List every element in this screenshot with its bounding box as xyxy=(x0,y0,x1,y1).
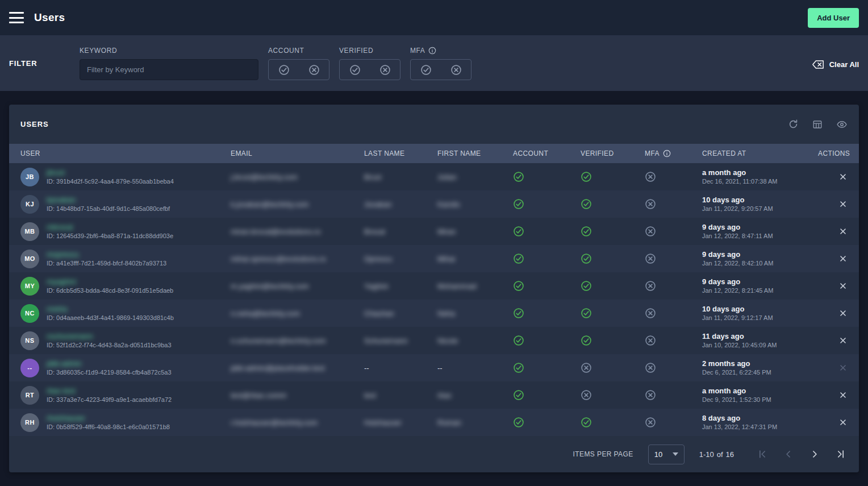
table-row: JB jbrust ID: 391b4d2f-5c92-4aa4-879e-55… xyxy=(9,163,859,190)
created-absolute: Dec 16, 2021, 11:07:38 AM xyxy=(702,177,818,186)
username-link[interactable]: kjovakan xyxy=(47,195,170,205)
delete-user-icon[interactable] xyxy=(838,200,848,209)
username-link[interactable]: rbac-test xyxy=(47,386,172,396)
avatar: KJ xyxy=(20,195,39,214)
verified-status-icon xyxy=(581,253,645,264)
table-row: NC nneha ID: 0d4aaeeb-4d3f-4a41-9869-149… xyxy=(9,300,859,327)
created-absolute: Dec 9, 2021, 1:52:30 PM xyxy=(702,396,818,404)
avatar: -- xyxy=(20,359,39,377)
verified-status-icon xyxy=(581,280,645,292)
last-page-icon[interactable] xyxy=(835,448,846,460)
user-id: ID: 391b4d2f-5c92-4aa4-879e-550aab1beba4 xyxy=(47,177,174,186)
account-filter-cross-icon[interactable] xyxy=(308,64,320,76)
created-relative: 2 months ago xyxy=(702,359,818,368)
user-id: ID: 337a3e7c-4223-49f9-a9e1-acaebbfd7a72 xyxy=(47,396,172,404)
first-name-cell: Miran xyxy=(437,227,513,236)
last-name-cell: Brocal xyxy=(364,227,437,236)
username-link[interactable]: nschunemann xyxy=(47,331,172,341)
mfa-status-icon xyxy=(645,253,702,264)
delete-user-icon[interactable] xyxy=(838,227,848,236)
delete-user-icon[interactable] xyxy=(838,418,848,427)
first-name-cell: Karolis xyxy=(437,200,513,209)
delete-user-icon[interactable] xyxy=(838,281,848,290)
table-footer: ITEMS PER PAGE 10 1-10 of 16 xyxy=(9,436,859,472)
user-id: ID: 52f1d2c2-f74c-4d43-8a2a-d051d1bc9ba3 xyxy=(47,341,172,350)
delete-user-icon[interactable] xyxy=(838,391,848,400)
verified-status-icon xyxy=(581,389,645,401)
delete-user-icon[interactable] xyxy=(838,309,848,318)
username-link[interactable]: jbrust xyxy=(47,168,174,177)
mfa-status-icon xyxy=(645,308,702,319)
last-name-cell: Holzhauser xyxy=(364,418,437,427)
clear-all-button[interactable]: Clear All xyxy=(812,60,859,69)
account-status-icon xyxy=(513,362,581,373)
last-name-cell: test xyxy=(364,391,437,400)
items-per-page-value: 10 xyxy=(654,450,662,459)
add-user-button[interactable]: Add User xyxy=(808,8,859,28)
refresh-icon[interactable] xyxy=(788,119,799,130)
email-cell: n.neha@techtrly.com xyxy=(231,309,364,318)
created-absolute: Jan 10, 2022, 10:45:09 AM xyxy=(702,341,818,350)
username-link[interactable]: myaghini xyxy=(47,277,173,286)
items-per-page-select[interactable]: 10 xyxy=(648,445,685,464)
avatar: NC xyxy=(20,304,39,323)
delete-user-icon[interactable] xyxy=(838,172,848,181)
table-row: RT rbac-test ID: 337a3e7c-4223-49f9-a9e1… xyxy=(9,381,859,409)
email-cell: pbb-admin@placeholder.test xyxy=(231,364,364,372)
created-absolute: Jan 11, 2022, 9:20:57 AM xyxy=(702,205,818,213)
user-id: ID: 0b58f529-4ff6-40a8-98c1-e6c0a01571b8 xyxy=(47,423,170,431)
user-id: ID: 6dcb5d53-bdda-48cd-8e3f-091d51e5daeb xyxy=(47,286,173,295)
table-row: NS nschunemann ID: 52f1d2c2-f74c-4d43-8a… xyxy=(9,327,859,354)
users-table-body: JB jbrust ID: 391b4d2f-5c92-4aa4-879e-55… xyxy=(9,163,859,436)
mfa-filter-cross-icon[interactable] xyxy=(450,64,462,76)
avatar: MO xyxy=(20,250,39,268)
last-name-cell: Jovakan xyxy=(364,200,437,209)
mfa-filter-check-icon[interactable] xyxy=(420,64,432,76)
account-status-icon xyxy=(513,389,581,401)
first-name-cell: Mihai xyxy=(437,255,513,263)
delete-user-icon[interactable] xyxy=(838,363,848,372)
created-relative: 9 days ago xyxy=(702,222,818,232)
created-relative: 10 days ago xyxy=(702,304,818,314)
username-link[interactable]: nneha xyxy=(47,304,174,314)
last-name-cell: -- xyxy=(364,364,437,372)
column-header-account: ACCOUNT xyxy=(513,149,581,157)
table-view-icon[interactable] xyxy=(812,119,823,130)
account-status-icon xyxy=(513,335,581,346)
users-card: USERS USER EMAIL LAST NAME FIRST NAME AC… xyxy=(9,105,859,472)
verified-filter-check-icon[interactable] xyxy=(349,64,361,76)
username-link[interactable]: rholzhauser xyxy=(47,413,170,423)
avatar: NS xyxy=(20,331,39,350)
user-id: ID: 0d4aaeeb-4d3f-4a41-9869-149303d81c4b xyxy=(47,314,174,322)
created-relative: a month ago xyxy=(702,386,818,396)
keyword-filter: KEYWORD xyxy=(80,46,258,80)
delete-user-icon[interactable] xyxy=(838,336,848,345)
created-absolute: Jan 12, 2022, 8:47:11 AM xyxy=(702,232,818,240)
account-toggle-group xyxy=(268,59,329,80)
verified-filter: VERIFIED xyxy=(339,46,400,80)
table-row: RH rholzhauser ID: 0b58f529-4ff6-40a8-98… xyxy=(9,409,859,436)
first-name-cell: Julian xyxy=(437,173,513,181)
username-link[interactable]: moprescu xyxy=(47,250,166,259)
page-range-of: of xyxy=(717,450,723,459)
verified-status-icon xyxy=(581,417,645,428)
account-filter-check-icon[interactable] xyxy=(278,64,290,76)
created-relative: 9 days ago xyxy=(702,250,818,259)
account-status-icon xyxy=(513,198,581,210)
avatar: MY xyxy=(20,277,39,296)
previous-page-icon[interactable] xyxy=(783,448,794,460)
verified-status-icon xyxy=(581,308,645,319)
column-header-first-name: FIRST NAME xyxy=(437,149,513,157)
keyword-input[interactable] xyxy=(80,59,258,80)
username-link[interactable]: pbb-admin xyxy=(47,359,172,368)
verified-filter-cross-icon[interactable] xyxy=(379,64,391,76)
username-link[interactable]: mbrocal xyxy=(47,222,173,232)
email-cell: n.schunemann@techtrly.com xyxy=(231,337,364,345)
email-cell: test@rbac.comm xyxy=(231,391,364,400)
column-visibility-eye-icon[interactable] xyxy=(836,119,848,130)
next-page-icon[interactable] xyxy=(809,448,820,460)
first-page-icon[interactable] xyxy=(757,448,768,460)
delete-user-icon[interactable] xyxy=(838,254,848,263)
menu-icon[interactable] xyxy=(9,12,24,23)
created-absolute: Dec 6, 2021, 6:22:45 PM xyxy=(702,368,818,377)
